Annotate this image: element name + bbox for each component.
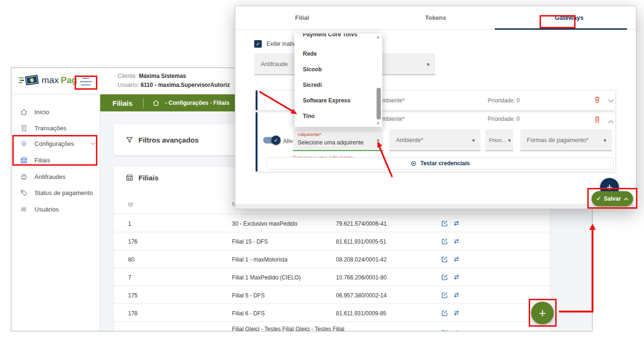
dropdown-arrow-icon: ▾ — [508, 137, 511, 143]
formas-pagamento-select[interactable]: Formas de pagamento* ▾ — [520, 129, 612, 151]
ambiente-select[interactable]: Ambiente* ▾ — [389, 129, 481, 151]
save-button-label: Salvar — [604, 195, 621, 202]
tab-gateways[interactable]: Gateways — [502, 6, 636, 29]
sidebar-item-status-pagamento[interactable]: Status de pagamento — [11, 186, 100, 200]
store-icon — [20, 156, 28, 164]
sidebar-item-usuarios[interactable]: Usuários — [11, 202, 100, 216]
sync-icon[interactable] — [453, 220, 460, 227]
cell-cnpj: 64.901.774/0001-10 — [336, 330, 386, 331]
add-filial-button[interactable]: + — [531, 302, 554, 324]
tag-icon — [20, 189, 28, 197]
show-inactive-checkbox[interactable]: ✓ — [254, 40, 262, 48]
chevron-down-icon — [608, 99, 614, 103]
test-credentials-label: Testar credenciais — [421, 160, 470, 167]
scroll-down-icon[interactable]: ▼ — [376, 121, 380, 126]
cell-name: 30 - Exclusivo maxPedido — [232, 220, 297, 227]
breadcrumb: - Configurações - Filiais — [165, 100, 230, 106]
table-row: 178Filial 6 - DFS81.611.931/0009-85 — [114, 304, 550, 321]
edit-icon[interactable] — [441, 309, 448, 317]
prioridade-select[interactable]: Priori... ▾ — [485, 129, 513, 151]
gateway-dialog: Filial Tokens Gateways ✓ Exibir inativo … — [235, 6, 636, 209]
sidebar-item-filiais[interactable]: Filiais — [11, 153, 100, 167]
logo-text-max: max — [42, 75, 59, 85]
users-icon — [20, 205, 28, 213]
scroll-up-icon[interactable]: ▲ — [376, 35, 380, 39]
filters-title: Filtros avançados — [138, 136, 199, 144]
adquirente-dropdown-menu: Payment Core Totvs Rede Sicoob Sicredi S… — [294, 34, 382, 127]
sidebar-item-transacoes[interactable]: Transações — [11, 121, 100, 135]
sync-icon[interactable] — [453, 329, 460, 331]
user-label: Usuário: — [118, 82, 139, 88]
sync-icon[interactable] — [453, 255, 460, 263]
adquirente-value: Selecione uma adquirente — [298, 139, 363, 146]
check-icon: ✓ — [256, 41, 260, 47]
dropdown-option[interactable]: Sicoob — [303, 66, 322, 73]
chevron-down-icon — [91, 142, 95, 145]
dropdown-option[interactable]: Rede — [303, 51, 317, 57]
edit-icon[interactable] — [441, 291, 448, 299]
edit-icon[interactable] — [441, 329, 448, 331]
edit-icon[interactable] — [441, 273, 448, 281]
dialog-footer-strip — [235, 204, 636, 209]
adquirente-field-label: Adquirente* — [298, 132, 321, 137]
prioridade-label: Priori... — [489, 137, 506, 143]
sidebar: Início Transações Configurações Filiais … — [11, 94, 100, 331]
cell-id: 1 — [128, 220, 131, 227]
dropdown-option[interactable]: Tino — [303, 113, 315, 119]
breadcrumb-home-icon[interactable] — [152, 99, 160, 107]
sync-icon[interactable] — [453, 309, 460, 317]
sidebar-item-configuracoes[interactable]: Configurações — [11, 136, 100, 151]
cell-id: 80 — [128, 256, 134, 263]
filter-icon — [125, 135, 134, 144]
sidebar-item-label: Início — [34, 109, 49, 116]
page-title: Filiais — [112, 99, 133, 107]
show-inactive-label: Exibir inativo — [266, 41, 299, 47]
trash-icon — [593, 115, 601, 124]
maxpag-logo: $ maxPag — [18, 73, 77, 87]
sync-icon[interactable] — [453, 237, 460, 245]
scrollbar-thumb[interactable] — [377, 88, 381, 119]
edit-icon[interactable] — [441, 237, 448, 245]
session-info: Cliente:Máxima Sistemas Usuário:6110 - m… — [118, 72, 230, 90]
cell-cnpj: 08.208.024/0001-42 — [336, 256, 386, 263]
cell-name: Filial 5 - DFS — [232, 292, 265, 299]
client-value: Máxima Sistemas — [139, 73, 186, 79]
delete-gateway-button[interactable] — [593, 115, 601, 126]
column-header-id: Id — [128, 201, 133, 208]
tab-filial[interactable]: Filial — [235, 6, 369, 29]
dropdown-option[interactable]: Software Express — [303, 97, 351, 104]
gateway-ambiente-summary: Ambiente* — [378, 97, 404, 104]
table-row: 80Filial 1 - maxMotorista08.208.024/0001… — [114, 250, 550, 268]
save-button[interactable]: ✓ Salvar — [592, 191, 633, 206]
delete-gateway-button[interactable] — [593, 95, 601, 106]
expand-gateway-button[interactable] — [608, 96, 614, 105]
sidebar-item-antifraudes[interactable]: Antifraudes — [11, 169, 100, 184]
sync-icon[interactable] — [453, 291, 460, 299]
sync-icon[interactable] — [453, 273, 460, 281]
edit-icon[interactable] — [441, 220, 448, 227]
table-row: 176Filial 15 - DFS81.611.931/0005-51 — [114, 232, 550, 250]
cell-name: Filial 1 MaxPedido (CIELO) — [232, 274, 301, 281]
adquirente-select[interactable]: Adquirente* Selecione uma adquirente ▾ — [293, 129, 383, 151]
table-row: 7Filial 1 MaxPedido (CIELO)10.766.206/00… — [114, 268, 550, 286]
dropdown-option[interactable]: Payment Core Totvs — [303, 34, 357, 38]
cell-id: 175 — [128, 292, 137, 299]
table-row: 175Filial 5 - DFS06.957.380/0002-14 — [114, 286, 550, 304]
sidebar-divider — [11, 168, 100, 168]
sidebar-item-inicio[interactable]: Início — [11, 105, 100, 119]
formas-pagamento-label: Formas de pagamento* — [527, 137, 589, 144]
store-icon — [125, 173, 134, 182]
logo-text-pag: Pag — [61, 75, 77, 85]
check-icon: ✓ — [596, 195, 601, 202]
tab-tokens[interactable]: Tokens — [369, 6, 503, 29]
test-credentials-button[interactable]: Testar credenciais — [266, 157, 614, 169]
menu-toggle-button[interactable] — [79, 77, 93, 86]
gateway-ambiente-summary: Ambiente* — [378, 116, 404, 122]
ativo-toggle[interactable]: ✓ — [263, 137, 279, 144]
collapse-gateway-button[interactable] — [608, 117, 614, 126]
maxpag-logo-icon: $ — [18, 73, 40, 87]
table-card-header: Filiais — [125, 173, 159, 182]
dropdown-option[interactable]: Sicredi — [303, 82, 322, 88]
edit-icon[interactable] — [441, 255, 448, 263]
chevron-up-icon — [608, 120, 614, 124]
